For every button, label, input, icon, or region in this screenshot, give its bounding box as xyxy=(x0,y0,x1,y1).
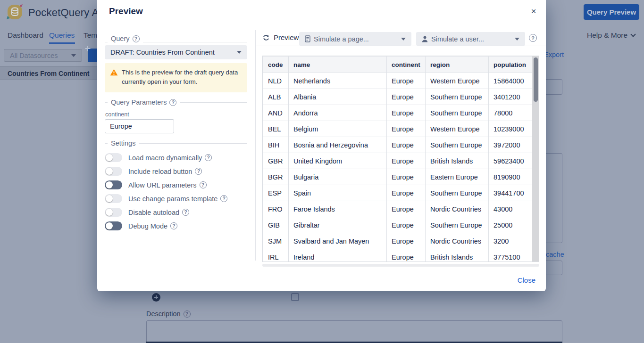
modal-title: Preview xyxy=(109,6,143,16)
tab-dashboard[interactable]: Dashboard xyxy=(8,31,43,40)
cell-region: Southern Europe xyxy=(426,105,489,121)
cell-population: 25000 xyxy=(489,217,533,233)
table-row: AND Andorra Europe Southern Europe 78000 xyxy=(263,105,533,121)
table-row: FRO Faroe Islands Europe Nordic Countrie… xyxy=(263,201,533,217)
table-body: NLD Netherlands Europe Western Europe 15… xyxy=(263,73,533,262)
table-row: ESP Spain Europe Southern Europe 3944170… xyxy=(263,185,533,201)
cell-name: United Kingdom xyxy=(289,153,387,169)
setting-toggle-row: Include reload button ? xyxy=(105,166,227,176)
query-preview-button[interactable]: Query Preview xyxy=(584,4,639,20)
cell-population: 39441700 xyxy=(489,185,533,201)
cell-continent: Europe xyxy=(387,121,426,137)
help-icon[interactable]: ? xyxy=(195,168,202,175)
help-icon[interactable]: ? xyxy=(182,209,189,216)
toolbar-divider xyxy=(255,46,546,46)
preview-help-icon[interactable]: ? xyxy=(529,34,537,42)
cell-continent: Europe xyxy=(387,89,426,105)
cell-name: Belgium xyxy=(289,121,387,137)
table-row: SJM Svalbard and Jan Mayen Europe Nordic… xyxy=(263,233,533,249)
query-list-item-selected[interactable]: Countries From Continent xyxy=(0,66,97,80)
cell-population: 3401200 xyxy=(489,89,533,105)
cell-population: 43000 xyxy=(489,201,533,217)
simulate-user-select[interactable]: Simulate a user... xyxy=(416,32,525,46)
result-table: codenamecontinentregionpopulation NLD Ne… xyxy=(263,56,533,262)
table-header-row: codenamecontinentregionpopulation xyxy=(263,57,533,73)
datasource-filter-select[interactable]: All Datasources xyxy=(4,49,82,62)
cell-name: Svalbard and Jan Mayen xyxy=(289,233,387,249)
cell-population: 15864000 xyxy=(489,73,533,89)
cell-region: British Islands xyxy=(426,153,489,169)
cell-code: GBR xyxy=(263,153,289,169)
cell-code: ALB xyxy=(263,89,289,105)
panel-divider xyxy=(255,30,256,261)
cell-name: Bosnia and Herzegovina xyxy=(289,137,387,153)
cell-code: BIH xyxy=(263,137,289,153)
clear-cache-link[interactable]: cache xyxy=(546,251,564,258)
cell-name: Albania xyxy=(289,89,387,105)
help-and-more-menu[interactable]: Help & More xyxy=(587,31,635,40)
cell-region: Southern Europe xyxy=(426,137,489,153)
cell-region: Western Europe xyxy=(426,121,489,137)
help-icon[interactable]: ? xyxy=(169,99,176,106)
toggle-label: Disable autoload ? xyxy=(128,209,189,216)
toggle-switch[interactable] xyxy=(105,180,122,189)
table-scrollbar[interactable] xyxy=(532,56,539,262)
tab-queries[interactable]: Queries xyxy=(49,31,75,40)
toggle-label: Load macro dynamically ? xyxy=(128,154,212,162)
help-icon[interactable]: ? xyxy=(220,195,227,202)
continent-param-input[interactable] xyxy=(105,119,174,133)
cell-code: AND xyxy=(263,105,289,121)
cell-continent: Europe xyxy=(387,217,426,233)
settings-toggle-list: Load macro dynamically ? Include reload … xyxy=(105,153,227,231)
description-textarea[interactable] xyxy=(146,320,562,343)
table-header-cell: population xyxy=(489,57,533,73)
toggle-knob xyxy=(106,209,113,216)
preview-refresh[interactable]: Preview xyxy=(262,33,299,41)
close-button[interactable]: Close xyxy=(518,276,535,284)
setting-toggle-row: Use change params template ? xyxy=(105,194,227,204)
caret-down-icon xyxy=(71,54,76,57)
cell-region: Nordic Countries xyxy=(426,233,489,249)
toggle-switch[interactable] xyxy=(105,221,122,230)
background-checkbox[interactable] xyxy=(291,293,299,301)
toggle-switch[interactable] xyxy=(105,208,122,217)
cell-name: Faroe Islands xyxy=(289,201,387,217)
help-icon[interactable]: ? xyxy=(205,154,212,161)
scrollbar-thumb[interactable] xyxy=(534,57,538,102)
toggle-knob xyxy=(106,181,113,188)
help-icon[interactable]: ? xyxy=(133,35,140,42)
cell-code: ESP xyxy=(263,185,289,201)
toggle-switch[interactable] xyxy=(105,153,122,162)
cell-population: 8190900 xyxy=(489,169,533,185)
table-row: BIH Bosnia and Herzegovina Europe Southe… xyxy=(263,137,533,153)
simulate-page-select[interactable]: Simulate a page... xyxy=(299,32,411,46)
refresh-icon xyxy=(262,34,270,41)
cell-code: NLD xyxy=(263,73,289,89)
help-icon[interactable]: ? xyxy=(170,222,177,229)
cell-population: 59623400 xyxy=(489,153,533,169)
cell-continent: Europe xyxy=(387,233,426,249)
query-select[interactable]: DRAFT: Countries From Continent xyxy=(105,45,247,59)
add-parameter-button[interactable] xyxy=(152,293,160,302)
cell-continent: Europe xyxy=(387,249,426,262)
cell-population: 10239000 xyxy=(489,121,533,137)
cell-name: Ireland xyxy=(289,249,387,262)
help-icon[interactable]: ? xyxy=(200,181,207,188)
table-header-cell: continent xyxy=(387,57,426,73)
cell-name: Spain xyxy=(289,185,387,201)
cell-continent: Europe xyxy=(387,105,426,121)
user-icon xyxy=(422,36,428,42)
pocketquery-logo-icon xyxy=(6,3,24,21)
table-row: GIB Gibraltar Europe Southern Europe 250… xyxy=(263,217,533,233)
table-row: NLD Netherlands Europe Western Europe 15… xyxy=(263,73,533,89)
cell-name: Andorra xyxy=(289,105,387,121)
cell-code: FRO xyxy=(263,201,289,217)
cell-population: 3775100 xyxy=(489,249,533,262)
cell-code: BEL xyxy=(263,121,289,137)
toggle-switch[interactable] xyxy=(105,194,122,203)
close-icon[interactable]: × xyxy=(528,6,539,17)
export-link[interactable]: Export xyxy=(544,51,564,58)
table-header-cell: code xyxy=(263,57,289,73)
toggle-switch[interactable] xyxy=(105,167,122,176)
horizontal-scrollbar-track[interactable] xyxy=(262,264,539,267)
